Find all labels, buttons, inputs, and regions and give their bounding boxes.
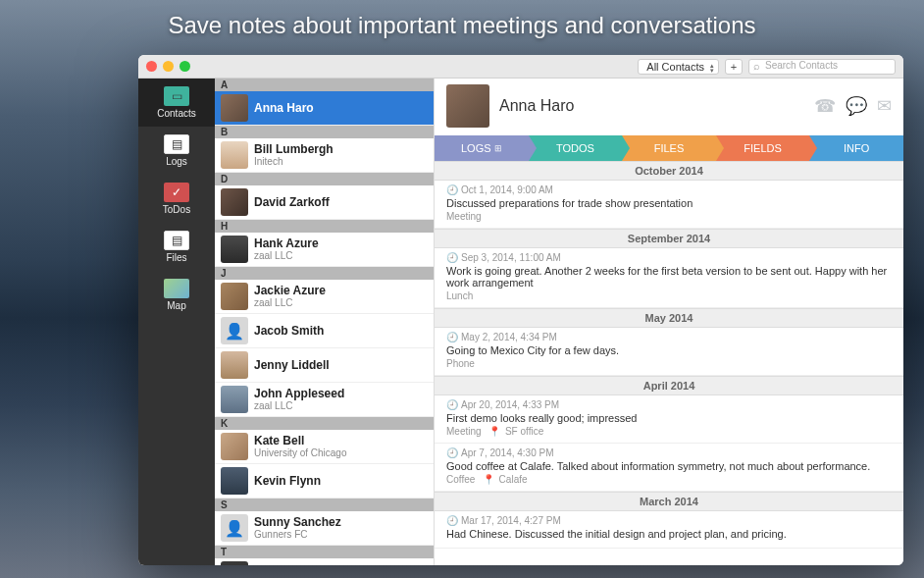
entry-text: Good coffee at Calafe. Talked about info… [446,460,892,472]
entry-tag: Meeting [446,211,892,222]
contact-name: Jenny Liddell [254,358,330,372]
month-header: May 2014 [435,308,903,328]
contact-name: Jackie Azure [254,284,326,297]
search-input[interactable]: Search Contacts [748,59,896,75]
contact-row[interactable]: Hank Azurezaal LLC [215,233,434,267]
entry-text: First demo looks really good; impressed [446,412,892,424]
logs-icon: ▤ [164,134,189,154]
detail-tabs: LOGS⊞ TODOS FILES FIELDS INFO [435,135,903,161]
section-header: K [215,417,434,430]
entry-tag: Lunch [446,290,892,301]
titlebar: All Contacts▴▾ + Search Contacts [138,55,903,79]
section-header: D [215,173,434,185]
sidebar-label: Logs [166,156,187,167]
banner-text: Save notes about important meetings and … [0,0,924,57]
clock-icon: 🕘 [446,399,458,410]
tab-todos[interactable]: TODOS [529,135,623,161]
tab-logs[interactable]: LOGS⊞ [435,135,529,161]
phone-icon[interactable]: ☎ [814,95,836,117]
entry-time: 🕘 May 2, 2014, 4:34 PM [446,332,892,342]
clock-icon: 🕘 [446,515,458,526]
sidebar-label: Contacts [157,108,195,119]
entry-time: 🕘 Oct 1, 2014, 9:00 AM [446,184,892,195]
add-button[interactable]: + [725,59,743,75]
month-header: October 2014 [435,161,903,181]
sidebar-label: ToDos [163,204,190,215]
contact-row[interactable]: 👤Jacob Smith [215,314,434,348]
zoom-dot[interactable] [180,61,190,72]
tab-fields[interactable]: FIELDS [716,135,810,161]
contact-avatar-large [446,84,489,128]
sidebar-item-contacts[interactable]: ▭Contacts [138,79,215,127]
contact-subtitle: Gunners FC [254,529,341,541]
contact-row[interactable]: Bill LumberghInitech [215,138,434,173]
sidebar-item-files[interactable]: ▤Files [138,223,215,271]
close-dot[interactable] [146,61,157,72]
avatar [221,351,248,379]
contact-row[interactable]: 👤Sunny SanchezGunners FC [215,511,434,546]
sidebar: ▭Contacts▤Logs✓ToDos▤FilesMap [138,79,215,565]
log-entry[interactable]: 🕘 Mar 17, 2014, 4:27 PMHad Chinese. Disc… [435,511,903,549]
sidebar-item-map[interactable]: Map [138,271,215,319]
avatar [221,283,248,310]
minimize-dot[interactable] [163,61,174,72]
filter-dropdown[interactable]: All Contacts▴▾ [638,59,719,75]
contact-name: Kevin Flynn [254,474,321,488]
log-list[interactable]: October 2014🕘 Oct 1, 2014, 9:00 AMDiscus… [435,161,903,565]
contact-row[interactable]: Kevin Flynn [215,464,434,499]
tab-info[interactable]: INFO [809,135,903,161]
contact-name: Bill Lumbergh [254,142,334,156]
entry-time: 🕘 Apr 7, 2014, 4:30 PM [446,447,892,458]
section-header: B [215,126,434,138]
contact-row[interactable]: Jackie Azurezaal LLC [215,280,434,314]
contact-row[interactable]: John Appleseedzaal LLC [215,383,434,417]
sidebar-item-todos[interactable]: ✓ToDos [138,175,215,223]
contact-name: John Appleseed [254,387,344,400]
todos-icon: ✓ [164,183,189,202]
avatar [221,561,248,565]
avatar [221,467,248,495]
month-header: March 2014 [435,492,903,511]
contact-name: Hank Azure [254,236,319,250]
entry-tag: Phone [446,358,892,369]
files-icon: ▤ [164,231,189,250]
clock-icon: 🕘 [446,184,458,195]
month-header: April 2014 [435,376,903,395]
contact-subtitle: University of Chicago [254,447,346,459]
entry-time: 🕘 Apr 20, 2014, 4:33 PM [446,399,892,410]
sidebar-item-logs[interactable]: ▤Logs [138,127,215,175]
entry-text: Work is going great. Another 2 weeks for… [446,265,892,289]
contact-name: Jacob Smith [254,324,324,338]
clock-icon: 🕘 [446,332,458,342]
mail-icon[interactable]: ✉ [877,95,892,117]
contact-subtitle: Initech [254,156,334,168]
contact-row[interactable]: David Zarkoff [215,185,434,220]
log-entry[interactable]: 🕘 Sep 3, 2014, 11:00 AMWork is going gre… [435,248,903,308]
contact-row[interactable]: Jenny Liddell [215,348,434,383]
contact-name: Anna Haro [254,101,314,115]
avatar [221,141,248,169]
tab-files[interactable]: FILES [622,135,716,161]
log-entry[interactable]: 🕘 May 2, 2014, 4:34 PMGoing to Mexico Ci… [435,328,903,376]
chat-icon[interactable]: 💬 [846,95,867,117]
avatar [221,188,248,216]
contact-subtitle: zaal LLC [254,297,326,309]
contact-row[interactable]: Kate BellUniversity of Chicago [215,430,434,464]
chevron-updown-icon: ▴▾ [710,63,714,73]
entry-tag: Coffee 📍 Calafe [446,474,892,485]
log-entry[interactable]: 🕘 Apr 20, 2014, 4:33 PMFirst demo looks … [435,395,903,444]
contact-row[interactable]: Anna Haro [215,91,434,126]
map-icon [164,279,189,298]
log-entry[interactable]: 🕘 Oct 1, 2014, 9:00 AMDiscussed preparat… [435,181,903,229]
log-entry[interactable]: 🕘 Apr 7, 2014, 4:30 PMGood coffee at Cal… [435,444,903,492]
detail-pane: Anna Haro ☎ 💬 ✉ LOGS⊞ TODOS FILES FIELDS… [435,79,903,565]
contact-list[interactable]: AAnna HaroBBill LumberghInitechDDavid Za… [215,79,435,565]
entry-text: Discussed preparations for trade show pr… [446,197,892,209]
contact-row[interactable]: Thomas Anderson [215,558,434,565]
entry-text: Going to Mexico City for a few days. [446,344,892,356]
contact-name-heading: Anna Haro [499,97,804,115]
contact-name: Sunny Sanchez [254,515,341,529]
avatar: 👤 [221,514,248,542]
plus-icon: ⊞ [494,143,502,153]
entry-time: 🕘 Sep 3, 2014, 11:00 AM [446,252,892,263]
